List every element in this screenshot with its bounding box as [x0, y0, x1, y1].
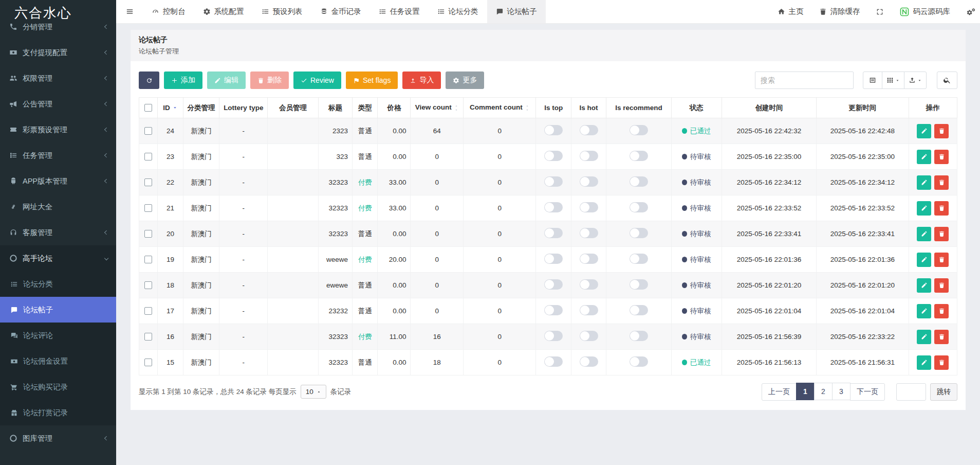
import-button[interactable]: 导入 [402, 71, 441, 89]
select-all-checkbox[interactable] [144, 104, 152, 112]
sidebar-subitem-4[interactable]: 论坛购买记录 [0, 374, 116, 400]
row-delete-button[interactable] [934, 253, 949, 267]
detail-view-button[interactable] [863, 71, 882, 89]
tab-3[interactable]: 金币记录 [311, 0, 370, 23]
sidebar-item-8[interactable]: 客服管理 [0, 220, 116, 245]
is-top-toggle[interactable] [544, 305, 563, 315]
row-checkbox[interactable] [144, 281, 152, 289]
sidebar-item-4[interactable]: 彩票预设管理 [0, 117, 116, 142]
is-top-toggle[interactable] [544, 176, 563, 187]
tab-5[interactable]: 论坛分类 [429, 0, 487, 23]
delete-button[interactable]: 删除 [250, 71, 289, 89]
row-edit-button[interactable] [917, 253, 931, 267]
row-edit-button[interactable] [917, 355, 931, 370]
column-header[interactable]: ID [158, 98, 183, 118]
is-top-toggle[interactable] [544, 279, 563, 290]
set-flags-button[interactable]: Set flags [346, 71, 398, 89]
refresh-button[interactable] [139, 71, 159, 89]
row-edit-button[interactable] [917, 175, 931, 190]
row-delete-button[interactable] [934, 124, 949, 138]
export-button[interactable] [904, 71, 927, 89]
is-hot-toggle[interactable] [580, 305, 598, 315]
row-checkbox[interactable] [144, 178, 152, 186]
sidebar-item-2[interactable]: 权限管理 [0, 65, 116, 91]
is-recommend-toggle[interactable] [630, 356, 648, 367]
row-checkbox[interactable] [144, 127, 152, 135]
row-delete-button[interactable] [934, 227, 949, 241]
row-edit-button[interactable] [917, 278, 931, 293]
clear-cache-link[interactable]: 清除缓存 [819, 7, 860, 16]
is-hot-toggle[interactable] [580, 228, 598, 238]
add-button[interactable]: 添加 [164, 71, 202, 89]
sidebar-subitem-1[interactable]: 论坛帖子 [0, 297, 116, 323]
tab-6[interactable]: 论坛帖子 [487, 0, 546, 23]
row-edit-button[interactable] [917, 227, 931, 241]
sidebar-subitem-5[interactable]: 论坛打赏记录 [0, 400, 116, 425]
sidebar-item-6[interactable]: APP版本管理 [0, 168, 116, 194]
row-delete-button[interactable] [934, 278, 949, 293]
column-header[interactable]: View count [411, 98, 464, 118]
sidebar-toggle-button[interactable] [116, 0, 143, 23]
sidebar-item-10[interactable]: 图库管理 [0, 425, 116, 451]
sidebar-item-1[interactable]: 支付提现配置 [0, 40, 116, 65]
page-button-下一页[interactable]: 下一页 [850, 383, 885, 401]
row-checkbox[interactable] [144, 256, 152, 263]
row-checkbox[interactable] [144, 359, 152, 366]
is-top-toggle[interactable] [544, 228, 563, 238]
tab-2[interactable]: 预设列表 [253, 0, 311, 23]
row-checkbox[interactable] [144, 307, 152, 315]
is-hot-toggle[interactable] [580, 356, 598, 367]
page-button-2[interactable]: 2 [814, 383, 833, 400]
is-recommend-toggle[interactable] [630, 331, 648, 341]
search-button[interactable] [937, 71, 957, 89]
is-hot-toggle[interactable] [580, 202, 598, 212]
row-checkbox[interactable] [144, 204, 152, 212]
columns-button[interactable] [882, 71, 904, 89]
is-top-toggle[interactable] [544, 356, 563, 367]
settings-menu-button[interactable] [966, 8, 977, 16]
is-top-toggle[interactable] [544, 202, 563, 212]
is-recommend-toggle[interactable] [630, 151, 648, 161]
is-hot-toggle[interactable] [580, 176, 598, 187]
row-delete-button[interactable] [934, 355, 949, 370]
is-top-toggle[interactable] [544, 254, 563, 264]
is-recommend-toggle[interactable] [630, 125, 648, 135]
is-hot-toggle[interactable] [580, 254, 598, 264]
search-input[interactable] [755, 71, 854, 89]
sidebar-item-3[interactable]: 公告管理 [0, 91, 116, 117]
row-edit-button[interactable] [917, 201, 931, 216]
is-hot-toggle[interactable] [580, 125, 598, 135]
tab-1[interactable]: 系统配置 [194, 0, 253, 23]
row-edit-button[interactable] [917, 330, 931, 344]
review-button[interactable]: Review [293, 71, 341, 89]
row-edit-button[interactable] [917, 150, 931, 164]
jump-page-input[interactable] [896, 383, 926, 401]
is-top-toggle[interactable] [544, 125, 563, 135]
tab-0[interactable]: 控制台 [143, 0, 194, 23]
home-link[interactable]: 主页 [778, 7, 804, 16]
is-top-toggle[interactable] [544, 331, 563, 341]
row-checkbox[interactable] [144, 230, 152, 238]
row-checkbox[interactable] [144, 333, 152, 341]
page-button-1[interactable]: 1 [796, 383, 815, 400]
sidebar-subitem-0[interactable]: 论坛分类 [0, 271, 116, 297]
row-edit-button[interactable] [917, 124, 931, 138]
page-button-上一页[interactable]: 上一页 [762, 383, 797, 401]
more-button[interactable]: 更多 [446, 71, 484, 89]
sidebar-item-7[interactable]: 网址大全 [0, 194, 116, 220]
is-recommend-toggle[interactable] [630, 228, 648, 238]
row-delete-button[interactable] [934, 201, 949, 216]
sidebar-subitem-3[interactable]: 论坛佣金设置 [0, 348, 116, 374]
is-hot-toggle[interactable] [580, 331, 598, 341]
jump-button[interactable]: 跳转 [930, 383, 957, 401]
sidebar-item-5[interactable]: 任务管理 [0, 142, 116, 168]
row-delete-button[interactable] [934, 330, 949, 344]
page-size-select[interactable]: 10 [301, 385, 326, 399]
is-recommend-toggle[interactable] [630, 254, 648, 264]
row-delete-button[interactable] [934, 304, 949, 318]
edit-button[interactable]: 编辑 [207, 71, 246, 89]
is-top-toggle[interactable] [544, 151, 563, 161]
sidebar-item-9[interactable]: 高手论坛 [0, 245, 116, 271]
fullscreen-button[interactable] [876, 8, 884, 16]
repo-link[interactable]: 码云源码库 [899, 7, 951, 17]
